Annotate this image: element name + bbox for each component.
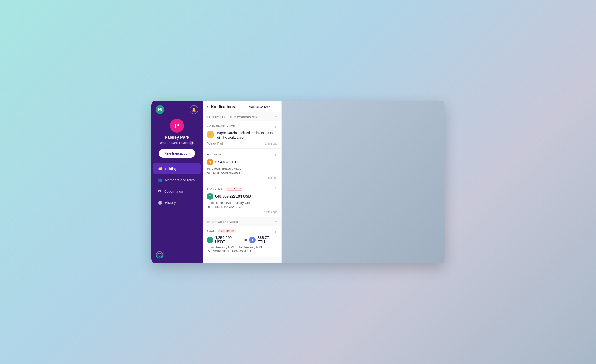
notification-transfer-rejected: TRANSFER REJECTED ⋮ T 648,389.227194 USD… (202, 183, 282, 217)
sidebar-item-label: History (165, 201, 176, 205)
notif-more-icon[interactable]: ⋮ (274, 186, 277, 191)
sidebar-item-label: Holdings (165, 167, 178, 171)
notif-from-workspace: From: Treasury MMI (207, 245, 234, 249)
notif-workspace-label: Paisley Park (207, 142, 224, 145)
sidebar-item-label: Governance (164, 189, 183, 193)
notification-workspace-invite: WORKSPACE INVITE ⋮ MG Mayte Garcia decli… (202, 121, 282, 149)
swap-amount-row: T 1,250,000 USDT ⇄ ◆ 356.77 ETH (207, 236, 277, 244)
sidebar-nav: 📁 Holdings 👥 Members and roles 🏛 Governa… (151, 163, 202, 208)
notif-time: 7 mins ago (264, 210, 277, 214)
crypto-amount-text: 27.47829 BTC (215, 160, 239, 164)
crypto-amount-row: ₿ 27.47829 BTC (207, 159, 277, 165)
sidebar-item-members[interactable]: 👥 Members and roles (153, 175, 201, 186)
section-header-paisley: PAISLEY PARK (THIS WORKSPACE) ⌃ (202, 112, 282, 121)
governance-icon: 🏛 (158, 189, 162, 193)
notif-more-icon[interactable]: ⋮ (274, 152, 277, 157)
notif-to-workspace: To: Treasury MMI (239, 245, 262, 249)
notif-message-text: Mayte Garcia declined the invitation to … (216, 131, 277, 140)
history-icon: 🕐 (158, 201, 163, 205)
notifications-header: ‹ Notifications Mark all as read ⋯ (202, 101, 282, 112)
notif-meta: Paisley Park 1 min ago (207, 142, 277, 145)
notif-meta: 1 min ago (207, 176, 277, 179)
notif-ref-text: Ref: SWPUSDTETH0000004781 (207, 250, 277, 253)
notif-header-left: ‹ Notifications (207, 104, 235, 109)
role-count-badge: +3 (189, 141, 194, 145)
notification-swap-rejected: SWAP REJECTED ⋮ T 1,250,000 USDT ⇄ ◆ 356… (202, 226, 282, 257)
notif-type-label: SWAP REJECTED (207, 229, 236, 233)
holdings-icon: 📁 (158, 166, 163, 171)
sidebar-item-history[interactable]: 🕐 History (153, 197, 201, 208)
notif-card-header: SWAP REJECTED ⋮ (207, 229, 277, 233)
sidebar-bottom (156, 251, 164, 259)
crypto-amount-text: 648,389.227194 USDT (215, 194, 253, 199)
sidebar-header: PR 🔔 (151, 105, 202, 119)
person-avatar: MG (207, 131, 214, 138)
notif-type-label: DEPOSIT (207, 153, 223, 156)
section-header-other: OTHER WORKSPACES ⌃ (202, 217, 282, 226)
to-crypto-amount: 356.77 ETH (258, 236, 277, 244)
notif-ref-text: Ref: DPBTC0037829571 (207, 171, 277, 174)
workspace-role: WORKSPACE ADMIN (160, 142, 188, 145)
notifications-title: Notifications (211, 104, 235, 109)
workspace-name: Paisley Park (164, 135, 189, 140)
crypto-amount-row: T 648,389.227194 USDT (207, 193, 277, 200)
sidebar-item-governance[interactable]: 🏛 Governance (153, 186, 201, 197)
workspace-badge[interactable]: PR (156, 105, 164, 114)
notif-type-label: WORKSPACE INVITE (207, 125, 235, 128)
more-options-icon[interactable]: ⋯ (273, 104, 277, 109)
notif-time: 1 min ago (265, 142, 277, 145)
notif-meta: 7 mins ago (207, 210, 277, 214)
swap-arrow-icon: ⇄ (245, 238, 247, 242)
notif-from-text: From: Tether USD Treasury Vault (207, 201, 277, 205)
notif-card-header: TRANSFER REJECTED ⋮ (207, 186, 277, 191)
members-icon: 👥 (158, 178, 163, 182)
main-area (282, 101, 445, 263)
section-title-other: OTHER WORKSPACES (207, 221, 238, 223)
mark-all-button[interactable]: Mark all as read (249, 105, 270, 109)
notif-ref-text: Ref: TRUSDT0478239178 (207, 205, 277, 208)
eth-icon: ◆ (249, 237, 256, 243)
notif-more-icon[interactable]: ⋮ (274, 229, 277, 233)
notification-deposit: DEPOSIT ⋮ ₿ 27.47829 BTC To: Bitcoin Tre… (202, 149, 282, 183)
notif-to-text: To: Bitcoin Treasury Vault (207, 167, 277, 170)
section-collapse-icon[interactable]: ⌃ (275, 220, 277, 224)
notif-card-header: WORKSPACE INVITE ⋮ (207, 124, 277, 128)
rejected-badge: REJECTED (218, 229, 236, 233)
from-crypto-amount: 1,250,000 USDT (215, 236, 243, 244)
svg-line-2 (161, 256, 162, 257)
back-button[interactable]: ‹ (207, 104, 208, 109)
bell-icon[interactable]: 🔔 (189, 105, 198, 114)
sidebar-item-holdings[interactable]: 📁 Holdings (153, 163, 201, 174)
avatar: P (170, 119, 184, 133)
usdt-icon: T (207, 237, 213, 243)
btc-icon: ₿ (207, 159, 213, 165)
rejected-badge: REJECTED (226, 187, 244, 191)
notif-card-header: DEPOSIT ⋮ (207, 152, 277, 157)
notifications-panel: ‹ Notifications Mark all as read ⋯ PAISL… (202, 101, 282, 263)
notif-person-row: MG Mayte Garcia declined the invitation … (207, 131, 277, 140)
section-title-paisley: PAISLEY PARK (THIS WORKSPACE) (207, 116, 257, 119)
notif-more-icon[interactable]: ⋮ (274, 124, 277, 128)
section-collapse-icon[interactable]: ⌃ (275, 115, 277, 119)
new-transaction-button[interactable]: New transaction (159, 149, 195, 157)
role-row: WORKSPACE ADMIN +3 (160, 141, 194, 145)
notif-type-label: TRANSFER REJECTED (207, 187, 243, 191)
notif-time: 1 min ago (265, 176, 277, 179)
sidebar-item-label: Members and roles (165, 178, 195, 182)
usdt-icon: T (207, 193, 213, 200)
sidebar: PR 🔔 P Paisley Park WORKSPACE ADMIN +3 N… (151, 101, 202, 263)
unread-dot (207, 154, 209, 156)
q-logo (156, 251, 164, 259)
